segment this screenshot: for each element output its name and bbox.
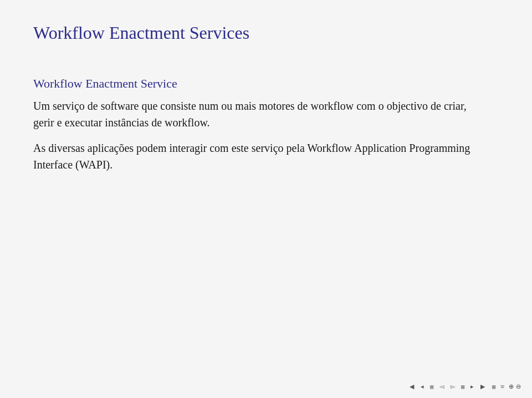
nav-zoom-in-icon[interactable]: ⊕ (509, 383, 514, 390)
nav-settings-icon[interactable]: ≡ (500, 382, 504, 391)
slide: Workflow Enactment Services Workflow Ena… (0, 0, 532, 398)
content-section: Workflow Enactment Service Um serviço de… (33, 76, 499, 173)
nav-next-button[interactable]: ▸ (468, 382, 476, 391)
bottom-navigation: ◀ ◂ ◼ ◅ ▻ ◼ ▸ ▶ ◼ ≡ ⊕ ⊖ (0, 382, 532, 391)
section-paragraph-2: As diversas aplicações podem interagir c… (33, 140, 488, 173)
nav-prev-button[interactable]: ◂ (418, 382, 426, 391)
section-paragraph-1: Um serviço de software que consiste num … (33, 98, 488, 131)
nav-separator-3: ◼ (492, 384, 496, 390)
nav-first-button[interactable]: ◀ (407, 382, 416, 391)
slide-title: Workflow Enactment Services (33, 22, 499, 43)
nav-list-prev-button[interactable]: ◅ (437, 382, 446, 391)
nav-separator-1: ◼ (429, 384, 434, 390)
section-heading: Workflow Enactment Service (33, 76, 499, 91)
nav-separator-2: ◼ (461, 384, 465, 390)
nav-zoom-out-icon[interactable]: ⊖ (516, 383, 521, 390)
nav-last-button[interactable]: ▶ (478, 382, 487, 391)
nav-list-next-button[interactable]: ▻ (448, 382, 457, 391)
